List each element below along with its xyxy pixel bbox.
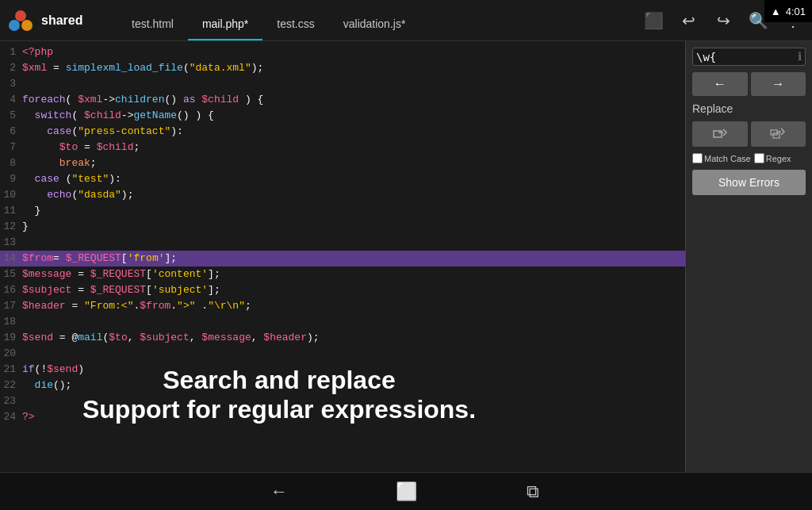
tab-mail-php[interactable]: mail.php* [188,9,262,40]
code-line-4: 4 foreach( $xml->children() as $child ) … [0,92,685,108]
code-line-5: 5 switch( $child->getName() ) { [0,108,685,124]
match-case-checkbox[interactable] [692,153,703,163]
code-line-3: 3 [0,76,685,92]
wifi-icon: ▲ [771,6,781,17]
replace-one-button[interactable] [692,121,748,147]
search-input-row: ℹ [692,48,806,66]
svg-rect-6 [773,133,779,138]
project-name: shared [41,13,105,28]
code-line-19: 19 $send = @mail($to, $subject, $message… [0,330,685,346]
show-errors-button[interactable]: Show Errors [692,170,806,195]
code-line-24: 24 ?> [0,409,685,425]
svg-point-0 [15,10,26,21]
tab-test-css[interactable]: test.css [262,9,328,40]
home-button[interactable]: ⬜ [390,476,422,508]
bottom-bar: ← ⬜ ⧉ [0,472,812,510]
code-line-22: 22 die(); [0,378,685,393]
redo-button[interactable]: ↪ [710,8,736,33]
code-line-16: 16 $subject = $_REQUEST['subject']; [0,282,685,298]
regex-checkbox[interactable] [754,153,764,163]
nav-buttons: ← → [692,72,806,96]
code-line-7: 7 $to = $child; [0,140,685,155]
replace-buttons [692,121,806,147]
recent-button[interactable]: ⧉ [517,476,549,508]
regex-label[interactable]: Regex [754,153,791,163]
tab-validation-js[interactable]: validation.js* [329,9,420,40]
replace-label: Replace [692,102,806,115]
search-input[interactable] [696,51,795,63]
replace-all-button[interactable] [751,121,806,147]
undo-button[interactable]: ↩ [676,8,701,33]
back-button[interactable]: ← [263,476,295,508]
code-line-2: 2 $xml = simplexml_load_file("data.xml")… [0,60,685,76]
code-line-11: 11 } [0,203,685,219]
match-case-label[interactable]: Match Case [692,153,751,163]
info-icon: ℹ [798,50,802,63]
code-line-17: 17 $header = "From:<".$from.">" ."\r\n"; [0,298,685,314]
svg-point-2 [21,20,33,31]
tabs: test.html mail.php* test.css validation.… [117,0,641,40]
code-line-15: 15 $message = $_REQUEST['content']; [0,267,685,282]
time-display: 4:01 [786,6,806,17]
right-panel: ℹ ← → Replace [685,41,812,472]
square-button[interactable]: ⬛ [641,8,666,33]
svg-point-1 [9,20,20,31]
code-line-23: 23 [0,393,685,409]
app-icon [6,6,35,35]
code-line-10: 10 echo("dasda"); [0,187,685,203]
next-button[interactable]: → [751,72,806,96]
svg-rect-3 [714,131,722,137]
code-line-8: 8 break; [0,155,685,171]
code-line-9: 9 case ("test"): [0,171,685,187]
code-editor[interactable]: 1 <?php 2 $xml = simplexml_load_file("da… [0,41,685,472]
code-line-21: 21 if(!$send) [0,362,685,378]
code-line-18: 18 [0,314,685,330]
code-line-12: 12 } [0,219,685,235]
code-line-13: 13 [0,235,685,251]
checkboxes-row: Match Case Regex [692,153,806,163]
tab-test-html[interactable]: test.html [117,9,188,40]
top-bar: shared test.html mail.php* test.css vali… [0,0,812,41]
code-line-20: 20 [0,346,685,362]
prev-button[interactable]: ← [692,72,748,96]
code-line-14: 14 $from= $_REQUEST['from']; [0,251,685,267]
status-bar: ▲ 4:01 [764,0,812,22]
svg-rect-5 [771,130,777,135]
code-line-6: 6 case("press-contact"): [0,124,685,140]
main-area: 1 <?php 2 $xml = simplexml_load_file("da… [0,41,812,472]
code-line-1: 1 <?php [0,44,685,60]
